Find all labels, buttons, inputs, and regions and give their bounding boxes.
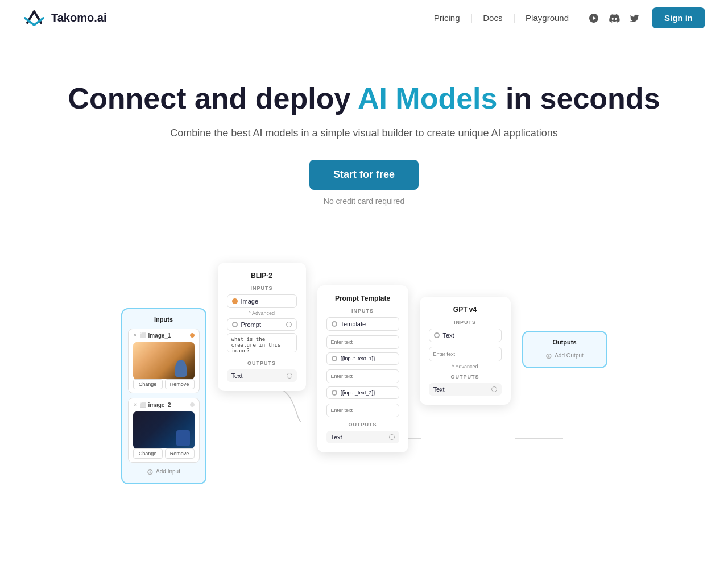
remove-btn-1[interactable]: Remove (165, 379, 195, 389)
nav-pricing[interactable]: Pricing (426, 10, 468, 26)
logo-icon (23, 7, 46, 30)
gpt-output-row: Text (429, 383, 502, 396)
youtube-icon[interactable] (586, 10, 602, 26)
img-figure-2 (176, 430, 190, 446)
blip-prompt-dot (286, 322, 292, 327)
gpt-output-dot (491, 386, 497, 392)
blip-advanced-toggle[interactable]: ^ Advanced (227, 310, 297, 316)
blip-inputs-label: INPUTS (227, 285, 297, 291)
brand-name: Takomo.ai (51, 11, 106, 24)
blip-image-input: Image (227, 294, 297, 308)
prompt-template-radio[interactable] (332, 321, 337, 327)
demo-cards: Inputs ✕ ⬜ image_1 Change Remove (23, 263, 705, 452)
gpt-text-input[interactable] (429, 347, 502, 361)
input-image-1 (133, 342, 195, 379)
prompt-output-label: Text (331, 434, 342, 440)
inputs-panel-title: Inputs (128, 316, 200, 323)
social-icons (586, 10, 643, 26)
remove-btn-2[interactable]: Remove (165, 448, 195, 459)
gpt-card-title: GPT v4 (429, 306, 502, 314)
gpt-card: GPT v4 INPUTS Text ^ Advanced OUTPUTS Te… (420, 297, 511, 405)
discord-icon[interactable] (606, 10, 622, 26)
blip-title: BLIP-2 (227, 272, 297, 280)
prompt-template-row: Template (326, 317, 399, 331)
hero-title: Connect and deploy AI Models in seconds (11, 82, 717, 116)
twitter-icon[interactable] (627, 10, 643, 26)
input-2-dot (190, 402, 195, 407)
prompt-template-label: Template (341, 321, 366, 327)
logo-link[interactable]: Takomo.ai (23, 7, 106, 30)
prompt-input2-row: {{input_text_2}} (326, 386, 399, 399)
input-item-1-name: image_1 (148, 332, 171, 339)
cta-button[interactable]: Start for free (309, 160, 419, 190)
prompt-input1-row: {{input_text_1}} (326, 352, 399, 365)
input-item-1: ✕ ⬜ image_1 Change Remove (128, 329, 200, 393)
cta-note: No credit card required (11, 197, 717, 206)
blip-image-label: Image (241, 298, 259, 305)
blip-prompt-radio[interactable] (232, 322, 238, 327)
hero-subtitle: Combine the best AI models in a simple v… (11, 127, 717, 139)
input-image-2 (133, 411, 195, 448)
prompt-template-input[interactable] (326, 335, 399, 349)
inputs-panel: Inputs ✕ ⬜ image_1 Change Remove (121, 308, 206, 484)
prompt-input1-label: {{input_text_1}} (341, 356, 375, 361)
hero-title-part1: Connect and deploy (68, 82, 357, 115)
add-input-row[interactable]: ⊕ Add Input (128, 467, 200, 476)
gpt-text-label: Text (443, 332, 454, 339)
signin-button[interactable]: Sign in (652, 7, 705, 28)
blip-output-text-label: Text (231, 372, 243, 379)
hero-section: Connect and deploy AI Models in seconds … (0, 36, 728, 228)
prompt-outputs-label: OUTPUTS (326, 422, 399, 427)
hero-title-highlight: AI Models (358, 82, 498, 115)
add-output-row[interactable]: ⊕ Add Output (529, 351, 601, 360)
gpt-advanced-toggle[interactable]: ^ Advanced (429, 364, 502, 369)
outputs-panel-title: Outputs (529, 339, 601, 346)
blip-prompt-label: Prompt (241, 321, 261, 328)
navbar: Takomo.ai Pricing | Docs | Playground Si… (0, 0, 728, 36)
blip-output-row: Text (227, 369, 297, 382)
gpt-text-row: Text (429, 329, 502, 342)
prompt-inputs-label: INPUTS (326, 308, 399, 314)
hero-title-part2: in seconds (497, 82, 660, 115)
add-output-label: Add Output (555, 352, 584, 359)
prompt-input1-field[interactable] (326, 369, 399, 383)
change-btn-2[interactable]: Change (133, 448, 163, 459)
prompt-card-title: Prompt Template (326, 294, 399, 302)
add-input-label: Add Input (156, 468, 180, 475)
blip-prompt-row: Prompt (227, 318, 297, 331)
prompt-input1-radio[interactable] (332, 356, 337, 361)
nav-right: Pricing | Docs | Playground Sign in (426, 7, 705, 28)
prompt-output-dot (389, 434, 395, 440)
outputs-panel: Outputs ⊕ Add Output (522, 331, 607, 368)
nav-sep-2: | (512, 12, 515, 24)
blip-outputs-label: OUTPUTS (227, 360, 297, 366)
blip-card: BLIP-2 INPUTS Image ^ Advanced Prompt wh… (218, 263, 306, 391)
gpt-text-radio[interactable] (434, 332, 440, 338)
blip-prompt-textarea[interactable]: what is the creature in this image? (227, 333, 297, 352)
gpt-output-label: Text (433, 386, 445, 393)
change-btn-1[interactable]: Change (133, 379, 163, 389)
input-item-2: ✕ ⬜ image_2 Change Remove (128, 398, 200, 463)
prompt-input2-radio[interactable] (332, 390, 337, 396)
nav-docs[interactable]: Docs (475, 10, 510, 26)
prompt-output-row: Text (326, 431, 399, 443)
gpt-outputs-label: OUTPUTS (429, 374, 502, 380)
input-1-dot (190, 333, 195, 338)
prompt-input2-field[interactable] (326, 404, 399, 417)
nav-sep-1: | (470, 12, 473, 24)
nav-links: Pricing | Docs | Playground (426, 10, 577, 26)
blip-image-radio[interactable] (232, 298, 238, 304)
demo-area: Inputs ✕ ⬜ image_1 Change Remove (23, 251, 705, 535)
input-item-2-name: image_2 (148, 402, 171, 408)
prompt-template-card: Prompt Template INPUTS Template {{input_… (317, 285, 408, 452)
prompt-input2-label: {{input_text_2}} (341, 390, 375, 396)
gpt-inputs-label: INPUTS (429, 319, 502, 325)
nav-playground[interactable]: Playground (518, 10, 577, 26)
img-figure-1 (175, 360, 187, 377)
blip-output-dot (287, 373, 292, 379)
